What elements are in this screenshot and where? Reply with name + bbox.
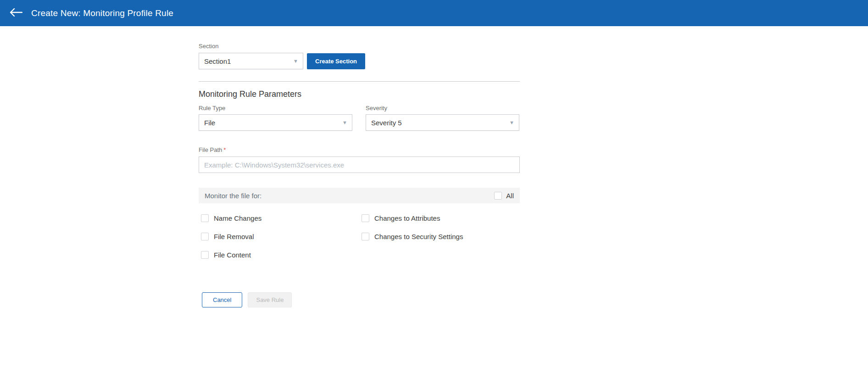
all-checkbox-label: All (506, 192, 514, 200)
file-content-label: File Content (214, 251, 251, 259)
divider (199, 81, 520, 82)
save-rule-button[interactable]: Save Rule (248, 292, 292, 307)
changes-to-attributes-label: Changes to Attributes (374, 214, 440, 222)
name-changes-label: Name Changes (214, 214, 262, 222)
create-rule-form: Section Section1 ▼ Create Section Monito… (199, 43, 520, 307)
rule-type-label: Rule Type (199, 105, 352, 112)
rule-type-dropdown[interactable]: File ▼ (199, 114, 352, 131)
changes-to-security-settings-label: Changes to Security Settings (374, 233, 463, 240)
parameters-heading: Monitoring Rule Parameters (199, 89, 520, 99)
monitor-options-right-column: Changes to Attributes Changes to Securit… (362, 209, 463, 264)
file-path-input[interactable] (199, 156, 520, 173)
create-section-button[interactable]: Create Section (307, 53, 365, 69)
header-bar: Create New: Monitoring Profile Rule (0, 0, 868, 26)
section-label: Section (199, 43, 520, 50)
cancel-button[interactable]: Cancel (202, 292, 242, 307)
changes-to-security-settings-checkbox[interactable] (362, 233, 369, 240)
page-title: Create New: Monitoring Profile Rule (31, 8, 173, 18)
rule-type-field: Rule Type File ▼ (199, 105, 352, 131)
severity-label: Severity (366, 105, 519, 112)
severity-dropdown-value: Severity 5 (371, 119, 402, 127)
section-dropdown-value: Section1 (204, 57, 231, 65)
option-name-changes: Name Changes (201, 209, 362, 227)
option-changes-security: Changes to Security Settings (362, 227, 463, 246)
section-row: Section1 ▼ Create Section (199, 53, 520, 69)
file-path-field: File Path* (199, 146, 520, 173)
file-removal-label: File Removal (214, 233, 254, 240)
chevron-down-icon: ▼ (293, 58, 298, 64)
option-file-removal: File Removal (201, 227, 362, 246)
back-button[interactable] (8, 6, 24, 21)
monitor-options-left-column: Name Changes File Removal File Content (201, 209, 362, 264)
chevron-down-icon: ▼ (342, 120, 347, 125)
rule-type-severity-row: Rule Type File ▼ Severity Severity 5 ▼ (199, 105, 520, 131)
chevron-down-icon: ▼ (509, 120, 514, 125)
monitor-section-header: Monitor the file for: All (199, 188, 520, 203)
monitor-options: Name Changes File Removal File Content C… (199, 209, 520, 264)
changes-to-attributes-checkbox[interactable] (362, 214, 369, 222)
required-asterisk: * (223, 146, 226, 153)
name-changes-checkbox[interactable] (201, 214, 209, 222)
form-actions: Cancel Save Rule (199, 292, 520, 307)
arrow-left-icon (10, 8, 22, 18)
option-file-content: File Content (201, 246, 362, 264)
section-dropdown[interactable]: Section1 ▼ (199, 53, 303, 69)
rule-type-dropdown-value: File (204, 119, 215, 127)
file-removal-checkbox[interactable] (201, 233, 209, 240)
severity-dropdown[interactable]: Severity 5 ▼ (366, 114, 519, 131)
file-content-checkbox[interactable] (201, 251, 209, 259)
severity-field: Severity Severity 5 ▼ (366, 105, 519, 131)
all-checkbox-wrap: All (494, 192, 514, 200)
file-path-label: File Path* (199, 146, 520, 154)
all-checkbox[interactable] (494, 192, 502, 200)
option-changes-attributes: Changes to Attributes (362, 209, 463, 227)
monitor-section-title: Monitor the file for: (205, 192, 262, 200)
